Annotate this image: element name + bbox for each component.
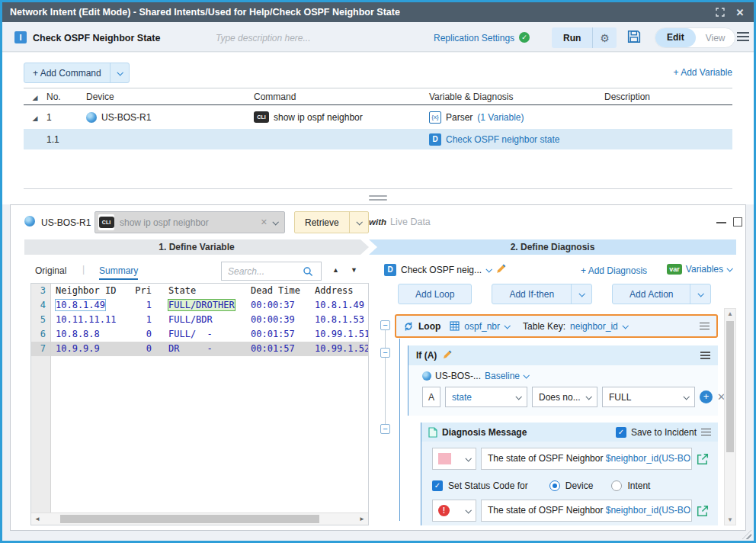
highlighted-state-value[interactable]: FULL/DROTHER <box>168 300 235 310</box>
pink-color-swatch <box>438 453 451 464</box>
diagnosis-icon: D <box>429 133 441 146</box>
baseline-select[interactable]: Baseline <box>485 371 520 381</box>
message-menu-icon[interactable] <box>701 426 711 438</box>
if-menu-icon[interactable] <box>700 350 710 361</box>
table-row-selected[interactable]: 1.1 D Check OSPF neighbor state <box>24 129 732 149</box>
col-address: 10.99.1.51 <box>315 327 369 342</box>
variables-dropdown[interactable]: var Variables <box>667 264 732 275</box>
command-table: ◢ No. Device Command Variable & Diagnosi… <box>24 88 732 189</box>
condition-device-name: US-BOS-... <box>435 371 481 381</box>
table-row[interactable]: ◢ 1 US-BOS-R1 CLI show ip ospf neighbor … <box>24 105 732 129</box>
add-diagnosis-link[interactable]: + Add Diagnosis <box>581 265 647 276</box>
search-next-icon[interactable]: ▼ <box>351 266 357 274</box>
condition-value-select[interactable]: FULL <box>602 387 695 407</box>
row-collapse-icon[interactable]: ◢ <box>33 114 38 122</box>
loop-menu-icon[interactable] <box>700 320 710 332</box>
scroll-right-icon[interactable]: ► <box>359 516 365 522</box>
maximize-pane-icon[interactable] <box>733 217 742 227</box>
step-define-diagnosis[interactable]: 2. Define Diagnosis <box>369 239 736 255</box>
expand-editor-icon[interactable] <box>697 453 709 465</box>
add-variable-link[interactable]: + Add Variable <box>673 67 732 78</box>
header-variable-diagnosis: Variable & Diagnosis <box>429 92 604 102</box>
menu-icon[interactable] <box>737 32 749 43</box>
col-state: FULL/ - <box>168 327 251 342</box>
description-input[interactable]: Type description here... <box>216 33 311 43</box>
collapse-all-icon[interactable]: ◢ <box>33 94 38 101</box>
condition-letter: A <box>422 387 440 407</box>
diagnosis-link[interactable]: Check OSPF neighbor state <box>446 134 559 145</box>
baseline-chevron[interactable] <box>524 372 530 378</box>
device-icon <box>422 371 431 381</box>
scrollbar-thumb[interactable] <box>60 515 319 523</box>
fullscreen-icon[interactable] <box>714 6 726 18</box>
add-command-button: + Add Command <box>24 63 130 83</box>
table-key-select[interactable]: neighbor_id <box>570 321 618 332</box>
parser-variable-count[interactable]: (1 Variable) <box>477 112 524 123</box>
tab-original[interactable]: Original <box>35 265 66 276</box>
add-action-label[interactable]: Add Action <box>613 284 690 304</box>
add-condition-icon[interactable]: + <box>700 390 713 403</box>
radio-intent[interactable] <box>611 480 622 491</box>
add-command-label[interactable]: + Add Command <box>24 63 110 82</box>
add-if-then-label[interactable]: Add If-then <box>492 284 571 304</box>
loop-table-chevron[interactable] <box>504 323 510 329</box>
search-input[interactable] <box>226 265 303 278</box>
collapse-message-icon[interactable]: − <box>380 424 390 434</box>
severity-color-select[interactable] <box>432 448 476 470</box>
command-select[interactable]: CLI show ip ospf neighbor ✕ <box>94 211 285 233</box>
set-status-code-checkbox[interactable]: ✓ <box>432 480 443 491</box>
close-icon[interactable]: ✕ <box>734 6 746 18</box>
loop-table-select[interactable]: ospf_nbr <box>464 321 500 332</box>
status-severity-select[interactable]: ! <box>432 500 476 522</box>
edit-if-pencil-icon[interactable] <box>442 349 453 362</box>
message-text-input[interactable]: The state of OSPF Neighbor $neighbor_id(… <box>481 448 692 470</box>
collapse-if-icon[interactable]: − <box>380 348 390 358</box>
add-if-then-chevron[interactable] <box>572 284 591 304</box>
edit-pencil-icon[interactable] <box>495 263 507 277</box>
expand-editor-icon[interactable] <box>697 505 709 517</box>
parser-label[interactable]: Parser <box>446 112 472 123</box>
code-line: 3 Neighbor ID Pri State Dead Time Addres… <box>31 284 368 298</box>
retrieve-button[interactable]: Retrieve <box>295 212 349 233</box>
save-icon[interactable] <box>627 30 641 46</box>
condition-operator-select[interactable]: Does no... <box>532 387 597 407</box>
scroll-up-icon[interactable]: ▲ <box>727 310 733 317</box>
set-status-code-label: Set Status Code for <box>448 480 528 491</box>
add-loop-label[interactable]: Add Loop <box>399 284 471 304</box>
scroll-down-icon[interactable]: ▼ <box>727 516 733 523</box>
tab-summary[interactable]: Summary <box>99 265 138 280</box>
view-toggle[interactable]: View <box>696 33 735 43</box>
run-settings-gear-icon[interactable]: ⚙ <box>593 27 617 48</box>
add-command-chevron[interactable] <box>111 63 129 82</box>
diagnosis-selector[interactable]: D Check OSPF neig... <box>384 263 507 277</box>
radio-device[interactable] <box>549 480 560 491</box>
collapse-loop-icon[interactable]: − <box>380 320 390 330</box>
run-button[interactable]: Run <box>552 27 592 48</box>
condition-variable-select[interactable]: state <box>445 387 527 407</box>
search-icon[interactable] <box>303 266 313 277</box>
scroll-left-icon[interactable]: ◄ <box>34 516 40 522</box>
add-loop-button[interactable]: Add Loop <box>398 284 472 304</box>
line-number: 3 <box>31 284 51 298</box>
minimize-pane-icon[interactable] <box>716 222 726 223</box>
save-to-incident-checkbox[interactable]: ✓ <box>616 427 626 438</box>
replication-settings-link[interactable]: Replication Settings <box>434 33 514 43</box>
save-to-incident-label: Save to Incident <box>631 427 697 438</box>
search-prev-icon[interactable]: ▲ <box>332 266 339 274</box>
code-line-highlighted[interactable]: 7 10.9.9.9 0 DR - 00:01:57 10.99.1.52 Tu… <box>31 342 368 356</box>
step-define-variable[interactable]: 1. Define Variable <box>24 239 369 255</box>
line-number: 6 <box>31 327 51 342</box>
command-chevron-icon[interactable] <box>272 219 278 225</box>
tab-divider: | <box>82 264 85 275</box>
add-action-chevron[interactable] <box>690 284 710 304</box>
status-text-input[interactable]: The state of OSPF Neighbor $neighbor_id(… <box>481 500 692 522</box>
edit-toggle[interactable]: Edit <box>655 28 696 47</box>
retrieve-chevron[interactable] <box>350 212 368 233</box>
table-key-chevron[interactable] <box>622 323 628 329</box>
clear-command-icon[interactable]: ✕ <box>261 217 267 227</box>
scrollbar-thumb[interactable] <box>726 321 734 452</box>
pane-splitter-handle[interactable] <box>2 191 754 204</box>
selected-variable-value[interactable]: 10.8.1.49 <box>56 300 105 310</box>
resize-grip[interactable] <box>742 530 751 539</box>
variable-tabs: Original | Summary ▲ ▼ <box>24 259 369 282</box>
